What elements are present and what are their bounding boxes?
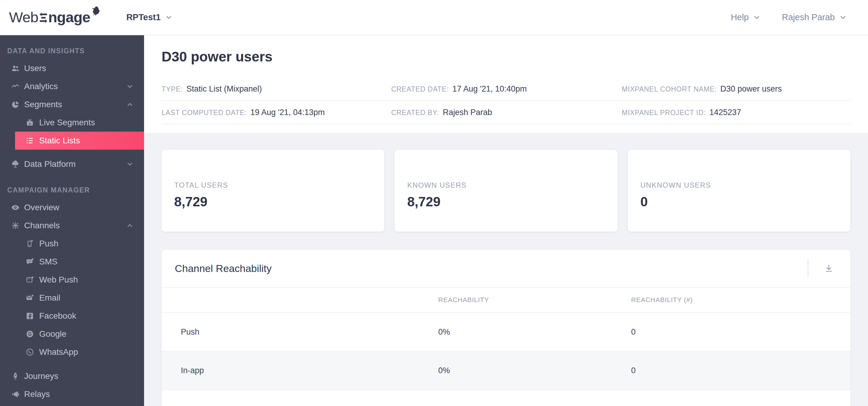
meta-label: CREATED DATE: xyxy=(391,85,449,93)
help-label: Help xyxy=(731,12,749,22)
stat-card-total-users: TOTAL USERS 8,729 xyxy=(161,150,384,232)
panel-header: Channel Reachability xyxy=(161,250,850,287)
meta-type: TYPE:Static List (Mixpanel) xyxy=(161,84,391,94)
meta-label: CREATED BY: xyxy=(391,109,439,116)
live-segments-icon xyxy=(25,118,34,127)
reachability-cell: 0% xyxy=(438,327,631,337)
channel-cell: In-app xyxy=(161,366,438,375)
channel-cell: Push xyxy=(161,327,438,337)
sidebar-item-push[interactable]: Push xyxy=(0,235,144,253)
user-menu[interactable]: Rajesh Parab xyxy=(782,12,847,22)
reachability-count-cell: 0 xyxy=(631,327,850,337)
sidebar-item-sms[interactable]: SMS xyxy=(0,253,144,271)
webengage-logo[interactable]: Web ngage xyxy=(9,10,103,25)
whatsapp-icon xyxy=(25,347,34,357)
stat-value: 8,729 xyxy=(407,194,617,209)
journeys-rocket-icon xyxy=(11,372,20,381)
sidebar-item-label: SMS xyxy=(39,257,58,267)
channels-hub-icon xyxy=(11,221,20,230)
sidebar-item-label: Live Segments xyxy=(39,118,95,127)
meta-label: MIXPANEL COHORT NAME: xyxy=(622,85,717,93)
stat-value: 8,729 xyxy=(174,194,384,209)
sidebar-item-label: WhatsApp xyxy=(39,347,78,357)
sidebar-item-label: Segments xyxy=(24,100,62,109)
column-header-reachability: REACHABILITY xyxy=(438,296,631,304)
app-window: Web ngage RPTest1 Help Rajesh xyxy=(0,0,868,406)
meta-row: LAST COMPUTED DATE:19 Aug '21, 04:13pm C… xyxy=(161,101,850,124)
page-title: D30 power users xyxy=(161,48,850,65)
sidebar-item-label: Users xyxy=(24,64,46,73)
download-icon xyxy=(824,263,834,273)
page-header: D30 power users TYPE:Static List (Mixpan… xyxy=(144,35,868,133)
meta-created-by: CREATED BY:Rajesh Parab xyxy=(391,108,622,117)
sidebar-item-journeys[interactable]: Journeys xyxy=(0,367,144,385)
meta-value: Static List (Mixpanel) xyxy=(186,84,262,93)
sidebar-item-email[interactable]: Email xyxy=(0,289,144,307)
column-header-reachability-count: REACHABILITY (#) xyxy=(631,296,850,304)
sidebar-item-label: Email xyxy=(39,293,60,303)
section-data-and-insights: DATA AND INSIGHTS xyxy=(0,45,144,57)
sidebar-item-facebook[interactable]: Facebook xyxy=(0,307,144,325)
sidebar-item-live-segments[interactable]: Live Segments xyxy=(0,113,144,132)
help-menu[interactable]: Help xyxy=(731,12,761,22)
chevron-down-icon xyxy=(165,13,173,22)
reachability-count-cell: 0 xyxy=(631,366,850,375)
vertical-divider xyxy=(808,259,808,278)
webengage-wordmark: Web ngage xyxy=(9,10,90,25)
sidebar-item-label: Facebook xyxy=(39,311,76,321)
meta-value: 1425237 xyxy=(710,108,741,117)
sidebar-item-whatsapp[interactable]: WhatsApp xyxy=(0,343,144,361)
topbar-right: Help Rajesh Parab xyxy=(731,12,847,22)
stat-card-unknown-users: UNKNOWN USERS 0 xyxy=(628,150,850,232)
sms-chat-icon xyxy=(25,257,34,266)
chevron-down-icon xyxy=(126,82,134,90)
sidebar-item-users[interactable]: Users xyxy=(0,59,144,77)
bird-icon xyxy=(88,6,101,17)
download-button[interactable] xyxy=(822,261,836,276)
push-mobile-icon xyxy=(25,239,34,248)
data-platform-cloud-icon xyxy=(11,160,20,169)
sidebar-item-label: Web Push xyxy=(39,275,78,284)
meta-value: 17 Aug '21, 10:40pm xyxy=(453,84,527,93)
sidebar-item-label: Relays xyxy=(24,390,50,399)
sidebar-item-label: Google xyxy=(39,329,66,339)
chevron-down-icon xyxy=(126,160,134,168)
meta-value: Rajesh Parab xyxy=(443,108,492,117)
sidebar-item-google[interactable]: G Google xyxy=(0,325,144,343)
meta-row: TYPE:Static List (Mixpanel) CREATED DATE… xyxy=(161,77,850,101)
sidebar-item-label: Overview xyxy=(24,203,59,212)
sidebar-item-channels[interactable]: Channels xyxy=(0,216,144,235)
stat-card-known-users: KNOWN USERS 8,729 xyxy=(395,150,617,232)
meta-created-date: CREATED DATE:17 Aug '21, 10:40pm xyxy=(391,84,622,94)
meta-value: 19 Aug '21, 04:13pm xyxy=(250,108,325,117)
project-selector[interactable]: RPTest1 xyxy=(126,12,173,22)
panel-title: Channel Reachability xyxy=(175,263,808,274)
sidebar-item-label: Push xyxy=(39,239,59,248)
analytics-icon xyxy=(11,82,20,91)
sidebar-item-static-lists[interactable]: Static Lists xyxy=(15,132,144,150)
stat-label: UNKNOWN USERS xyxy=(641,181,850,190)
main-content: D30 power users TYPE:Static List (Mixpan… xyxy=(144,35,868,406)
stat-label: TOTAL USERS xyxy=(174,181,384,190)
relays-megaphone-icon xyxy=(11,390,20,399)
table-header-row: REACHABILITY REACHABILITY (#) xyxy=(161,287,850,313)
sidebar-item-label: Channels xyxy=(24,221,60,230)
sidebar-item-segments[interactable]: Segments xyxy=(0,96,144,113)
table-row: In-app 0% 0 xyxy=(161,351,850,390)
sidebar-item-analytics[interactable]: Analytics xyxy=(0,77,144,96)
content-area: TOTAL USERS 8,729 KNOWN USERS 8,729 UNKN… xyxy=(144,133,868,406)
sidebar-item-overview[interactable]: Overview xyxy=(0,199,144,216)
topbar: Web ngage RPTest1 Help Rajesh xyxy=(0,0,868,35)
section-campaign-manager: CAMPAIGN MANAGER xyxy=(0,184,144,196)
reachability-cell: 0% xyxy=(438,366,631,375)
svg-text:G: G xyxy=(28,332,32,337)
sidebar-item-relays[interactable]: Relays xyxy=(0,385,144,403)
sidebar-item-label: Static Lists xyxy=(39,136,80,145)
eye-icon xyxy=(11,203,20,212)
sidebar-item-web-push[interactable]: Web Push xyxy=(0,271,144,289)
meta-label: TYPE: xyxy=(161,85,183,93)
sidebar-item-data-platform[interactable]: Data Platform xyxy=(0,155,144,173)
chevron-up-icon xyxy=(126,222,134,230)
google-icon: G xyxy=(25,330,34,339)
project-name: RPTest1 xyxy=(126,12,161,22)
